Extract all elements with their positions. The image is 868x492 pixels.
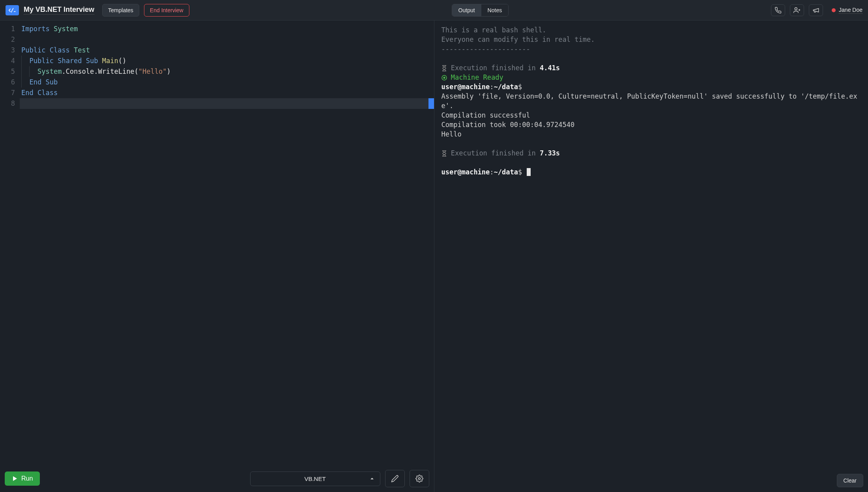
- settings-button[interactable]: [410, 470, 429, 487]
- terminal-footer: Clear: [434, 469, 868, 492]
- language-label: VB.NET: [304, 475, 326, 482]
- terminal-line: user@machine:~/data$: [441, 167, 861, 177]
- terminal-line: Hello: [441, 129, 861, 139]
- user-name-label: Jane Doe: [839, 7, 862, 14]
- line-number: 7: [0, 88, 15, 98]
- code-line[interactable]: [20, 34, 434, 45]
- hourglass-icon: [441, 63, 447, 73]
- terminal-line: Compilation took 00:00:04.9724540: [441, 120, 861, 129]
- run-button[interactable]: Run: [5, 471, 40, 486]
- svg-point-4: [418, 478, 420, 480]
- code-line[interactable]: End Class: [20, 88, 434, 98]
- gear-icon: [415, 475, 423, 483]
- code-line[interactable]: Public Shared Sub Main(): [20, 56, 434, 66]
- interview-title[interactable]: My VB.NET Interview: [24, 6, 94, 15]
- run-label: Run: [21, 475, 33, 482]
- terminal-line: [441, 158, 861, 167]
- app-logo: [6, 5, 19, 15]
- line-number: 6: [0, 77, 15, 88]
- editor-footer: Run VB.NET: [0, 465, 434, 492]
- caret-up-icon: [370, 475, 374, 482]
- end-interview-button[interactable]: End Interview: [144, 4, 189, 17]
- line-number: 1: [0, 24, 15, 34]
- svg-point-6: [443, 77, 445, 79]
- terminal-line: [441, 139, 861, 148]
- terminal-line: [441, 54, 861, 63]
- current-user[interactable]: Jane Doe: [832, 7, 862, 14]
- code-line[interactable]: End Sub: [20, 77, 434, 88]
- terminal-line: Everyone can modify this in real time.: [441, 35, 861, 44]
- language-select[interactable]: VB.NET: [250, 471, 380, 486]
- play-icon: [12, 475, 18, 482]
- editor-pane: 12345678 Imports SystemPublic Class Test…: [0, 21, 434, 492]
- bullseye-icon: [441, 73, 447, 82]
- svg-rect-0: [14, 11, 15, 12]
- user-plus-icon: [793, 7, 801, 14]
- pencil-icon: [391, 475, 399, 483]
- code-line[interactable]: [20, 98, 434, 109]
- tab-output[interactable]: Output: [452, 4, 481, 16]
- clear-button[interactable]: Clear: [837, 474, 863, 487]
- code-line[interactable]: Public Class Test: [20, 45, 434, 56]
- line-number: 2: [0, 34, 15, 45]
- code-line[interactable]: Imports System: [20, 24, 434, 34]
- line-number: 5: [0, 66, 15, 77]
- phone-icon: [774, 7, 782, 14]
- top-bar: My VB.NET Interview Templates End Interv…: [0, 0, 868, 21]
- line-number: 3: [0, 45, 15, 56]
- terminal-line: Execution finished in 7.33s: [441, 148, 861, 158]
- terminal-line: Compilation successful: [441, 110, 861, 120]
- tab-notes[interactable]: Notes: [481, 4, 509, 16]
- announce-button[interactable]: [809, 4, 823, 16]
- svg-point-1: [795, 7, 797, 10]
- line-number: 8: [0, 98, 15, 109]
- line-gutter: 12345678: [0, 24, 20, 465]
- templates-button[interactable]: Templates: [102, 4, 139, 17]
- terminal-line: user@machine:~/data$: [441, 82, 861, 92]
- terminal-line: Machine Ready: [441, 73, 861, 82]
- line-number: 4: [0, 56, 15, 66]
- output-notes-tabs: Output Notes: [452, 4, 509, 17]
- terminal-line: This is a real bash shell.: [441, 25, 861, 35]
- presence-dot-icon: [832, 8, 836, 12]
- code-area[interactable]: Imports SystemPublic Class Test Public S…: [20, 24, 434, 465]
- call-button[interactable]: [771, 4, 785, 16]
- terminal-line: Execution finished in 4.41s: [441, 63, 861, 73]
- terminal-line: ----------------------: [441, 44, 861, 54]
- hourglass-icon: [441, 148, 447, 158]
- terminal-line: Assembly 'file, Version=0.0, Culture=neu…: [441, 92, 861, 110]
- megaphone-icon: [812, 7, 819, 14]
- code-editor[interactable]: 12345678 Imports SystemPublic Class Test…: [0, 21, 434, 465]
- invite-button[interactable]: [790, 4, 804, 16]
- edit-button[interactable]: [385, 470, 405, 487]
- code-line[interactable]: System.Console.WriteLine("Hello"): [20, 66, 434, 77]
- terminal[interactable]: This is a real bash shell.Everyone can m…: [434, 21, 868, 469]
- output-pane: This is a real bash shell.Everyone can m…: [434, 21, 868, 492]
- terminal-cursor: [527, 168, 531, 176]
